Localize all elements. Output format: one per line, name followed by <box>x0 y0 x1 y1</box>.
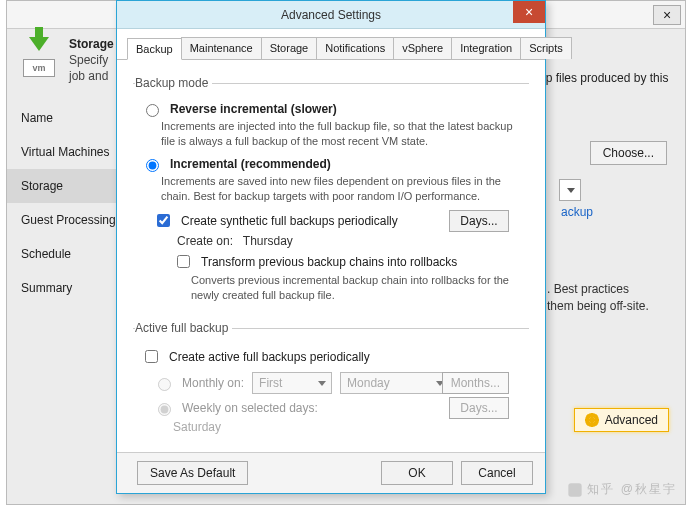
save-as-default-button[interactable]: Save As Default <box>137 461 248 485</box>
weekly-days-button: Days... <box>449 397 509 419</box>
choose-button[interactable]: Choose... <box>590 141 667 165</box>
parent-combo[interactable] <box>559 179 581 201</box>
advanced-settings-dialog: Advanced Settings × Backup Maintenance S… <box>116 0 546 494</box>
watermark-text: 知乎 @秋星宇 <box>587 481 677 498</box>
cancel-button[interactable]: Cancel <box>461 461 533 485</box>
weekly-day-value: Saturday <box>173 420 527 434</box>
tab-maintenance[interactable]: Maintenance <box>181 37 262 59</box>
monthly-label: Monthly on: <box>182 376 244 390</box>
dialog-title: Advanced Settings <box>281 8 381 22</box>
active-full-group: Active full backup Create active full ba… <box>133 321 529 436</box>
transform-rollbacks-desc: Converts previous incremental backup cha… <box>191 273 527 303</box>
parent-header-text: Storage Specify job and <box>69 37 114 83</box>
parent-best-2: them being off-site. <box>547 298 667 315</box>
tab-integration[interactable]: Integration <box>451 37 521 59</box>
dialog-footer: Save As Default OK Cancel <box>117 452 545 493</box>
parent-desc-2: job and <box>69 69 108 83</box>
backup-mode-group: Backup mode Reverse incremental (slower)… <box>133 76 529 309</box>
parent-desc-1: Specify <box>69 53 108 67</box>
active-full-legend: Active full backup <box>135 321 232 335</box>
reverse-incremental-desc: Increments are injected into the full ba… <box>161 119 527 149</box>
active-full-checkbox[interactable] <box>145 350 158 363</box>
monthly-first-combo: First <box>252 372 332 394</box>
transform-rollbacks-checkbox[interactable] <box>177 255 190 268</box>
create-on-value: Thursday <box>243 234 293 248</box>
incremental-label: Incremental (recommended) <box>170 157 331 171</box>
advanced-button-label: Advanced <box>605 413 658 427</box>
storage-job-icon: vm <box>17 37 59 79</box>
parent-desc-right: up files produced by this <box>539 71 669 85</box>
synthetic-full-label: Create synthetic full backups periodical… <box>181 214 398 228</box>
parent-close-button[interactable]: × <box>653 5 681 25</box>
transform-rollbacks-label: Transform previous backup chains into ro… <box>201 255 457 269</box>
weekly-label: Weekly on selected days: <box>182 401 318 415</box>
tab-scripts[interactable]: Scripts <box>520 37 572 59</box>
create-on-label: Create on: <box>177 234 233 248</box>
reverse-incremental-label: Reverse incremental (slower) <box>170 102 337 116</box>
tab-backup[interactable]: Backup <box>127 38 182 60</box>
active-full-label: Create active full backups periodically <box>169 350 370 364</box>
gear-icon <box>585 413 599 427</box>
parent-title: Storage <box>69 37 114 51</box>
synthetic-days-button[interactable]: Days... <box>449 210 509 232</box>
monthly-day-combo: Monday <box>340 372 450 394</box>
tab-strip: Backup Maintenance Storage Notifications… <box>117 29 545 60</box>
backup-mode-legend: Backup mode <box>135 76 212 90</box>
tab-storage[interactable]: Storage <box>261 37 318 59</box>
advanced-button[interactable]: Advanced <box>574 408 669 432</box>
dialog-body: Backup mode Reverse incremental (slower)… <box>117 60 545 452</box>
monthly-radio <box>158 378 171 391</box>
dialog-titlebar: Advanced Settings × <box>117 1 545 29</box>
incremental-radio[interactable] <box>146 159 159 172</box>
synthetic-full-checkbox[interactable] <box>157 214 170 227</box>
zhihu-icon <box>567 482 583 498</box>
dialog-close-button[interactable]: × <box>513 1 545 23</box>
watermark: 知乎 @秋星宇 <box>567 481 677 498</box>
weekly-radio <box>158 403 171 416</box>
download-arrow-icon <box>29 37 49 51</box>
months-button: Months... <box>442 372 509 394</box>
ok-button[interactable]: OK <box>381 461 453 485</box>
parent-best-1: . Best practices <box>547 281 667 298</box>
tab-notifications[interactable]: Notifications <box>316 37 394 59</box>
tab-vsphere[interactable]: vSphere <box>393 37 452 59</box>
incremental-desc: Increments are saved into new files depe… <box>161 174 527 204</box>
svg-rect-0 <box>569 483 582 496</box>
reverse-incremental-radio[interactable] <box>146 104 159 117</box>
vm-badge-icon: vm <box>23 59 55 77</box>
parent-backup-link[interactable]: ackup <box>561 205 593 219</box>
